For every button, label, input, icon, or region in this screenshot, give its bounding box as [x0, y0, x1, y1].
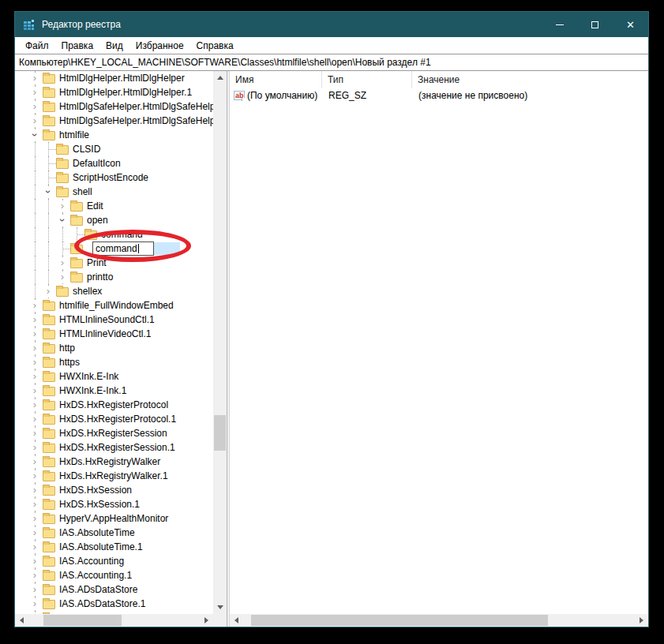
- chevron-down-icon[interactable]: ›: [28, 128, 43, 142]
- menu-help[interactable]: Справка: [190, 39, 240, 53]
- tree-row[interactable]: ›IAS.AbsoluteTime.1: [28, 540, 213, 554]
- chevron-right-icon[interactable]: ›: [28, 298, 43, 313]
- tree-row[interactable]: ›HtmlDlgSafeHelper.HtmlDlgSafeHelper: [28, 99, 213, 114]
- tree-row[interactable]: ›HxDS.HxRegisterSession.1: [28, 440, 213, 455]
- folder-icon: [70, 259, 83, 268]
- chevron-right-icon[interactable]: ›: [28, 483, 43, 497]
- chevron-right-icon[interactable]: ›: [28, 455, 43, 469]
- tree-row[interactable]: ›HWXInk.E-Ink: [28, 369, 213, 384]
- tree-row[interactable]: ›HWXInk.E-Ink.1: [28, 384, 213, 398]
- tree-row[interactable]: ›HtmlDlgSafeHelper.HtmlDlgSafeHelper.1: [28, 114, 213, 128]
- tree-row[interactable]: ›HxDS.HxSession.1: [28, 497, 213, 511]
- chevron-right-icon[interactable]: ›: [28, 526, 43, 540]
- chevron-right-icon[interactable]: ›: [28, 85, 43, 99]
- tree-row[interactable]: ›Edit: [28, 199, 213, 213]
- chevron-right-icon[interactable]: ›: [28, 341, 43, 355]
- scroll-left-button[interactable]: [15, 614, 28, 627]
- tree-row[interactable]: ›IAS.AbsoluteTime: [28, 526, 213, 540]
- tree-row[interactable]: ›HtmlDlgHelper.HtmlDlgHelper.1: [28, 85, 213, 99]
- tree-row[interactable]: ›http: [28, 341, 213, 355]
- tree-row[interactable]: ›HxDS.HxRegisterProtocol: [28, 398, 213, 412]
- tree-row[interactable]: ›https: [28, 355, 213, 369]
- column-header-2[interactable]: Значение: [412, 71, 648, 88]
- column-header-0[interactable]: Имя: [230, 71, 322, 88]
- chevron-right-icon[interactable]: ›: [28, 99, 43, 114]
- tree-row[interactable]: ›HtmlDlgHelper.HtmlDlgHelper: [28, 71, 213, 85]
- chevron-right-icon[interactable]: ›: [28, 114, 43, 128]
- tree-row-label: HtmlDlgHelper.HtmlDlgHelper: [57, 73, 187, 84]
- tree-row[interactable]: ›HyperV.AppHealthMonitor: [28, 511, 213, 526]
- tree-vertical-scrollbar[interactable]: [213, 71, 227, 614]
- tree-row[interactable]: ScriptHostEncode: [28, 170, 213, 185]
- folder-icon: [43, 88, 55, 98]
- tree-row[interactable]: ›htmlfile_FullWindowEmbed: [28, 298, 213, 313]
- tree-row[interactable]: ›HxDs.HxRegistryWalker.1: [28, 469, 213, 483]
- scroll-left-button[interactable]: [230, 614, 243, 627]
- scroll-right-button[interactable]: [635, 614, 648, 627]
- tree-row[interactable]: ›HxDS.HxRegisterProtocol.1: [28, 412, 213, 426]
- tree-hscroll-thumb[interactable]: [43, 615, 122, 626]
- tree-row[interactable]: ›shell: [28, 185, 213, 199]
- chevron-right-icon[interactable]: ›: [56, 199, 70, 213]
- chevron-right-icon[interactable]: ›: [28, 398, 43, 412]
- chevron-right-icon[interactable]: ›: [28, 540, 43, 554]
- column-header-1[interactable]: Тип: [322, 71, 412, 88]
- menu-view[interactable]: Вид: [99, 39, 129, 53]
- chevron-right-icon[interactable]: ›: [28, 582, 43, 597]
- chevron-right-icon[interactable]: ›: [28, 426, 43, 440]
- menu-edit[interactable]: Правка: [55, 39, 100, 53]
- chevron-right-icon[interactable]: ›: [56, 256, 70, 270]
- tree-row[interactable]: ›HxDs.HxRegistryWalker: [28, 455, 213, 469]
- folder-icon: [43, 301, 55, 311]
- chevron-right-icon[interactable]: ›: [28, 554, 43, 568]
- tree-row-label: HWXInk.E-Ink.1: [57, 385, 129, 396]
- tree-row[interactable]: ›HTMLInlineSoundCtl.1: [28, 313, 213, 327]
- tree-row-label: shellex: [70, 286, 104, 297]
- close-button[interactable]: ✕: [613, 12, 648, 37]
- tree-row[interactable]: ›HxDS.HxRegisterSession: [28, 426, 213, 440]
- chevron-right-icon[interactable]: ›: [28, 597, 43, 611]
- chevron-right-icon[interactable]: ›: [28, 313, 43, 327]
- menu-file[interactable]: Файл: [19, 39, 55, 53]
- tree-row[interactable]: ›HxDS.HxSession: [28, 483, 213, 497]
- tree-row[interactable]: CLSID: [28, 142, 213, 156]
- chevron-right-icon[interactable]: ›: [28, 469, 43, 483]
- tree-row[interactable]: ›HTMLInlineVideoCtl.1: [28, 327, 213, 341]
- scroll-right-button[interactable]: [200, 614, 213, 627]
- chevron-down-icon[interactable]: ›: [56, 213, 70, 227]
- scroll-up-button[interactable]: [213, 71, 227, 84]
- maximize-button[interactable]: [577, 12, 613, 37]
- chevron-right-icon[interactable]: ›: [56, 270, 70, 284]
- chevron-right-icon[interactable]: ›: [28, 497, 43, 511]
- chevron-right-icon[interactable]: ›: [28, 440, 43, 455]
- tree-vscroll-thumb[interactable]: [214, 415, 226, 451]
- tree-row[interactable]: ›IAS.Accounting.1: [28, 568, 213, 582]
- value-row[interactable]: (По умолчанию)REG_SZ(значение не присвое…: [230, 88, 648, 103]
- chevron-right-icon[interactable]: ›: [28, 412, 43, 426]
- tree-row[interactable]: ›shellex: [28, 284, 213, 298]
- chevron-right-icon[interactable]: ›: [28, 384, 43, 398]
- chevron-right-icon[interactable]: ›: [28, 369, 43, 384]
- chevron-right-icon[interactable]: ›: [28, 71, 43, 85]
- chevron-right-icon[interactable]: ›: [28, 568, 43, 582]
- minimize-button[interactable]: [542, 12, 577, 37]
- tree-row-label: IAS.AbsoluteTime.1: [57, 541, 145, 552]
- address-bar-input[interactable]: Компьютер\HKEY_LOCAL_MACHINE\SOFTWARE\Cl…: [15, 54, 648, 71]
- chevron-down-icon[interactable]: ›: [42, 185, 56, 199]
- tree-row[interactable]: ›htmlfile: [28, 128, 213, 142]
- scroll-down-button[interactable]: [213, 601, 227, 614]
- chevron-right-icon[interactable]: ›: [42, 284, 56, 298]
- chevron-right-icon[interactable]: ›: [28, 327, 43, 341]
- tree-row[interactable]: ›IAS.ADsDataStore.1: [28, 597, 213, 611]
- tree-row[interactable]: ›printto: [28, 270, 213, 284]
- list-horizontal-scrollbar[interactable]: [230, 614, 648, 627]
- tree-row[interactable]: ›IAS.Accounting: [28, 554, 213, 568]
- chevron-right-icon[interactable]: ›: [28, 511, 43, 526]
- tree-horizontal-scrollbar[interactable]: [15, 614, 213, 627]
- tree-row[interactable]: ›open: [28, 213, 213, 227]
- tree-row[interactable]: ›IAS.ADsDataStore: [28, 582, 213, 597]
- tree-row[interactable]: DefaultIcon: [28, 156, 213, 170]
- list-hscroll-thumb[interactable]: [251, 615, 548, 626]
- chevron-right-icon[interactable]: ›: [28, 355, 43, 369]
- menu-favorites[interactable]: Избранное: [129, 39, 190, 53]
